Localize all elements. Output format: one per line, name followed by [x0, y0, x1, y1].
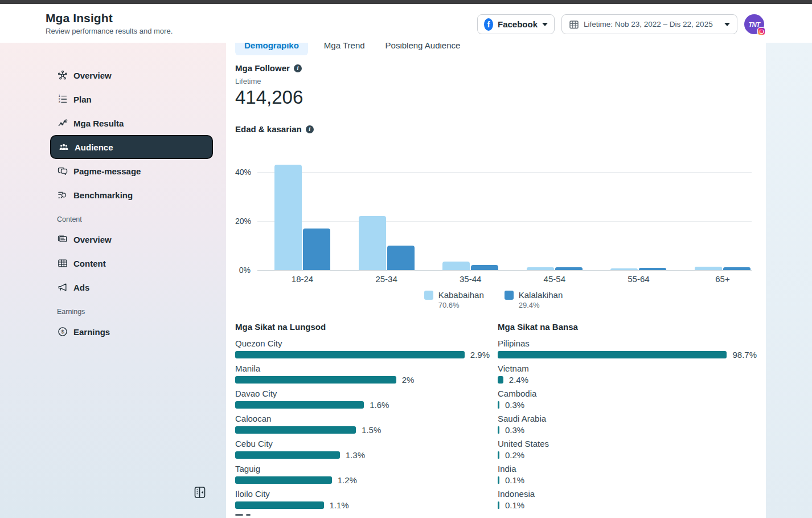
sidebar-item-pagme-message[interactable]: Pagme-message	[50, 159, 213, 183]
list-item-india: India0.1%	[498, 464, 757, 484]
followers-period: Lifetime	[235, 77, 766, 85]
bar-kalalakihan-45-54[interactable]	[555, 267, 583, 270]
item-value: 1.1%	[330, 500, 349, 510]
line-chart-icon	[57, 117, 68, 129]
x-axis-tick: 35-44	[442, 274, 498, 284]
item-bar	[498, 376, 503, 384]
sidebar-item-benchmarking[interactable]: Benchmarking	[50, 183, 213, 207]
item-bar	[235, 476, 332, 484]
sidebar-item-earnings[interactable]: $ Earnings	[50, 320, 213, 344]
date-range-label: Lifetime: Nob 23, 2022 – Dis 22, 2025	[584, 20, 720, 28]
platform-selector-button[interactable]: f Facebook	[477, 14, 555, 34]
date-range-button[interactable]: Lifetime: Nob 23, 2022 – Dis 22, 2025	[561, 14, 737, 34]
item-value: 2%	[402, 375, 415, 385]
bar-kalalakihan-35-44[interactable]	[471, 265, 498, 270]
item-label: Indonesia	[498, 489, 757, 499]
sidebar-section-earnings: Earnings	[57, 308, 213, 316]
sidebar: Overview 1 2 3 Plan Mga Resulta	[0, 43, 226, 518]
item-bar	[235, 501, 324, 509]
x-axis-tick: 55-64	[610, 274, 666, 284]
bar-kalalakihan-18-24[interactable]	[303, 229, 330, 270]
bar-kalalakihan-25-34[interactable]	[387, 246, 415, 270]
item-label: Pilipinas	[498, 338, 757, 349]
legend-swatch-men	[505, 291, 514, 300]
item-label: Taguig	[235, 464, 490, 474]
item-value: 0.1%	[505, 475, 524, 485]
item-label: Davao City	[235, 389, 490, 399]
age-gender-chart: 0%20%40% 18-2425-3435-4445-5455-6465+	[235, 159, 752, 286]
sidebar-item-label: Mga Resulta	[73, 119, 124, 128]
sidebar-item-content-overview[interactable]: Overview	[50, 227, 213, 251]
item-label: Cebu City	[235, 439, 490, 449]
gridline-0	[257, 270, 752, 271]
item-bar	[235, 351, 465, 358]
age-gender-title: Edad & kasarian	[235, 124, 302, 134]
sidebar-item-content[interactable]: Content	[50, 251, 213, 275]
bar-kababaihan-55-64[interactable]	[610, 268, 638, 270]
sidebar-item-audience[interactable]: Audience	[50, 135, 213, 159]
top-cities-list: Quezon City2.9%Manila2%Davao City1.6%Cal…	[235, 338, 490, 509]
bar-kalalakihan-55-64[interactable]	[639, 268, 666, 270]
bar-group-25-34: 25-34	[359, 216, 415, 270]
sidebar-item-label: Ads	[73, 283, 89, 292]
item-label: Saudi Arabia	[498, 414, 757, 424]
sidebar-item-ads[interactable]: Ads	[50, 275, 213, 299]
sidebar-section-content: Content	[57, 215, 213, 223]
sidebar-item-overview[interactable]: Overview	[50, 63, 213, 87]
bar-kababaihan-45-54[interactable]	[527, 267, 554, 270]
item-label: Caloocan	[235, 414, 490, 424]
x-axis-tick: 18-24	[274, 274, 330, 284]
item-bar	[498, 501, 499, 509]
tab-mga-trend[interactable]: Mga Trend	[319, 43, 370, 55]
legend-label: Kalalakihan	[519, 290, 563, 300]
bar-kababaihan-18-24[interactable]	[274, 165, 302, 270]
top-countries-list: Pilipinas98.7%Vietnam2.4%Cambodia0.3%Sau…	[498, 338, 757, 509]
info-icon[interactable]: i	[294, 64, 302, 72]
bar-group-45-54: 45-54	[527, 267, 583, 270]
legend-share: 29.4%	[519, 301, 563, 309]
item-bar	[498, 476, 499, 484]
bar-kababaihan-35-44[interactable]	[442, 262, 470, 270]
chevron-down-icon	[542, 23, 548, 26]
item-value: 1.6%	[370, 400, 389, 410]
legend-entry-women[interactable]: Kababaihan 70.6%	[424, 290, 484, 309]
bar-kababaihan-65+[interactable]	[695, 267, 722, 270]
item-bar	[498, 401, 499, 409]
app-header: Mga Insight Review performance results a…	[0, 4, 812, 43]
bar-kalalakihan-65+[interactable]	[723, 267, 751, 270]
item-value: 0.2%	[505, 450, 524, 460]
y-axis-tick: 0%	[235, 266, 251, 275]
tab-posibleng-audience[interactable]: Posibleng Audience	[381, 43, 465, 55]
svg-text:3: 3	[59, 100, 60, 104]
instagram-badge-icon	[757, 27, 765, 35]
legend-entry-men[interactable]: Kalalakihan 29.4%	[505, 290, 563, 309]
page-title: Mga Insight	[46, 11, 113, 25]
list-item-saudi-arabia: Saudi Arabia0.3%	[498, 414, 757, 434]
list-item-cebu-city: Cebu City1.3%	[235, 439, 490, 459]
followers-title: Mga Follower	[235, 63, 290, 73]
collapse-sidebar-button[interactable]	[194, 486, 206, 501]
tab-demograpiko[interactable]: Demograpiko	[235, 43, 308, 55]
sidebar-item-plan[interactable]: 1 2 3 Plan	[50, 87, 213, 111]
item-value: 1.3%	[346, 450, 365, 460]
x-axis-tick: 45-54	[527, 274, 583, 284]
legend-label: Kababaihan	[438, 290, 484, 300]
sidebar-item-label: Audience	[75, 142, 113, 152]
x-axis-tick: 65+	[695, 274, 751, 284]
list-item-vietnam: Vietnam2.4%	[498, 364, 757, 384]
people-icon	[58, 141, 69, 153]
sidebar-item-mga-resulta[interactable]: Mga Resulta	[50, 111, 213, 135]
top-cities-title: Mga Sikat na Lungsod	[235, 322, 490, 332]
chevron-down-icon	[724, 23, 730, 26]
profile-avatar[interactable]: TNT	[744, 14, 764, 34]
clipped-next-row	[235, 514, 490, 516]
list-item-taguig: Taguig1.2%	[235, 464, 490, 484]
page-background	[766, 43, 812, 518]
item-bar	[235, 401, 364, 409]
info-icon[interactable]: i	[306, 125, 314, 133]
item-value: 98.7%	[732, 350, 757, 360]
item-label: Vietnam	[498, 364, 757, 374]
y-axis-tick: 40%	[235, 168, 251, 177]
list-item-quezon-city: Quezon City2.9%	[235, 338, 490, 358]
bar-kababaihan-25-34[interactable]	[359, 216, 386, 270]
